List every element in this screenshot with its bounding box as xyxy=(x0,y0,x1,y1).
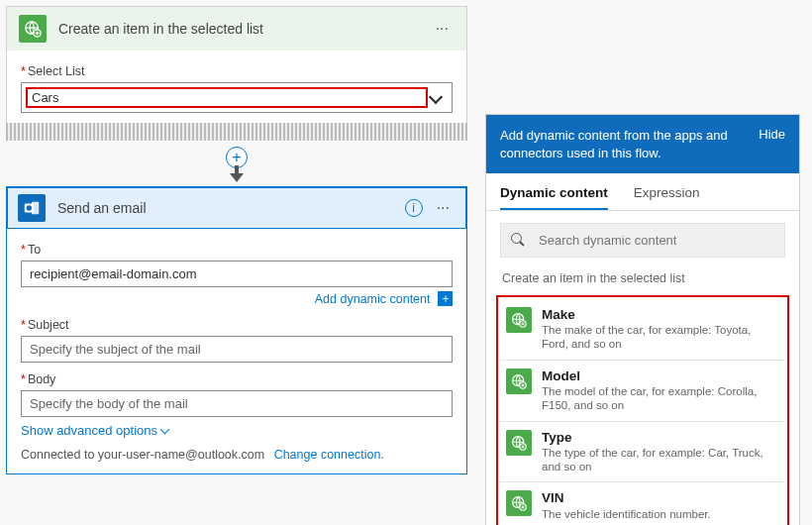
globe-plus-icon xyxy=(506,430,532,456)
dynamic-item-desc: The vehicle identification number. xyxy=(542,508,711,522)
dynamic-item-name: VIN xyxy=(542,490,711,506)
dynamic-item-name: Make xyxy=(542,307,779,323)
globe-plus-icon xyxy=(506,307,532,333)
svg-rect-3 xyxy=(32,202,39,215)
body-label: *Body xyxy=(21,372,453,386)
globe-plus-icon xyxy=(19,15,47,43)
dynamic-content-item[interactable]: Type The type of the car, for example: C… xyxy=(500,422,785,483)
globe-plus-icon xyxy=(506,490,532,516)
more-menu-button[interactable]: ··· xyxy=(430,20,455,38)
action-header[interactable]: Send an email i ··· xyxy=(7,187,466,229)
connection-info: Connected to your-user-name@outlook.com … xyxy=(21,444,453,464)
tab-expression[interactable]: Expression xyxy=(634,185,700,210)
add-dynamic-content-link[interactable]: Add dynamic content ＋ xyxy=(315,292,453,306)
search-dynamic-content[interactable] xyxy=(500,223,785,258)
arrow-down-icon xyxy=(230,173,244,182)
subject-label: *Subject xyxy=(21,318,453,332)
action-title: Send an email xyxy=(57,200,405,216)
action-header[interactable]: Create an item in the selected list ··· xyxy=(7,7,466,51)
dynamic-item-name: Model xyxy=(542,368,779,384)
action-title: Create an item in the selected list xyxy=(58,21,430,37)
plus-icon: ＋ xyxy=(438,291,453,306)
to-input[interactable] xyxy=(21,261,453,287)
globe-plus-icon xyxy=(506,368,532,394)
dynamic-item-desc: The type of the car, for example: Car, T… xyxy=(542,447,779,474)
search-input[interactable] xyxy=(537,232,774,249)
dynamic-content-item[interactable]: Make The make of the car, for example: T… xyxy=(500,299,785,361)
select-list-label: *Select List xyxy=(21,64,453,78)
hide-panel-button[interactable]: Hide xyxy=(749,127,785,142)
torn-edge-divider xyxy=(6,123,467,141)
dynamic-section-title: Create an item in the selected list xyxy=(486,267,799,295)
chevron-down-icon xyxy=(157,423,168,438)
chevron-down-icon xyxy=(428,91,446,105)
outlook-icon xyxy=(18,194,46,222)
dynamic-item-name: Type xyxy=(542,430,779,446)
svg-point-4 xyxy=(27,205,32,210)
change-connection-link[interactable]: Change connection. xyxy=(274,448,384,462)
action-card-send-email: Send an email i ··· *To Add dynamic cont… xyxy=(6,186,467,474)
info-icon[interactable]: i xyxy=(405,199,423,217)
action-card-create-item: Create an item in the selected list ··· … xyxy=(6,6,467,124)
dynamic-item-desc: The make of the car, for example: Toyota… xyxy=(542,324,779,352)
dynamic-content-panel: Add dynamic content from the apps and co… xyxy=(485,114,800,525)
dynamic-panel-tabs: Dynamic content Expression xyxy=(486,173,799,211)
dynamic-panel-header: Add dynamic content from the apps and co… xyxy=(486,115,799,173)
dynamic-items-list: Make The make of the car, for example: T… xyxy=(496,295,789,525)
body-input[interactable] xyxy=(21,390,453,417)
dynamic-content-item[interactable]: Model The model of the car, for example:… xyxy=(500,361,785,422)
tab-dynamic-content[interactable]: Dynamic content xyxy=(500,185,608,210)
dynamic-content-item[interactable]: VIN The vehicle identification number. xyxy=(500,482,785,525)
select-list-value: Cars xyxy=(26,87,428,108)
more-menu-button[interactable]: ··· xyxy=(431,199,456,217)
show-advanced-options-link[interactable]: Show advanced options xyxy=(21,417,453,444)
select-list-dropdown[interactable]: Cars xyxy=(21,82,453,113)
step-connector: + xyxy=(6,147,467,182)
to-label: *To xyxy=(21,243,453,257)
search-icon xyxy=(511,233,527,249)
dynamic-item-desc: The model of the car, for example: Corol… xyxy=(542,385,779,413)
subject-input[interactable] xyxy=(21,336,453,363)
